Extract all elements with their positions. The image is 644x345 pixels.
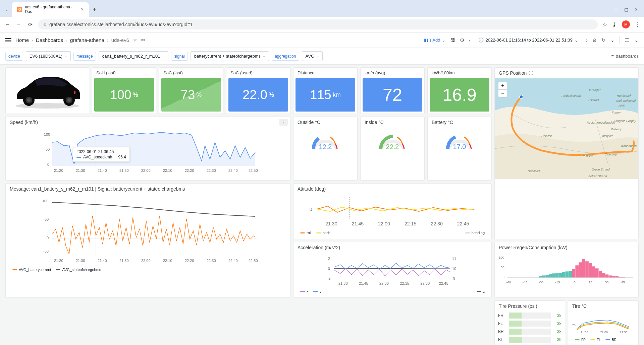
- svg-rect-112: [615, 276, 619, 278]
- gauge-icon: 22.2: [376, 129, 409, 152]
- chevron-down-icon: ⌄: [442, 38, 445, 43]
- svg-text:21:50: 21:50: [119, 168, 129, 172]
- svg-rect-111: [612, 276, 615, 278]
- svg-text:Sjælland: Sjælland: [528, 169, 540, 173]
- svg-text:50: 50: [501, 265, 504, 269]
- variable-row: device EV6 (18D508A1)⌄ message can1_batt…: [0, 48, 644, 65]
- chevron-down-icon[interactable]: ⌄: [634, 37, 639, 43]
- message-signal-chart: 100 50 0 -50 21:2021:3021:40 21:5022:002…: [9, 196, 287, 266]
- browser-menu-icon[interactable]: ⋮: [635, 21, 640, 28]
- svg-rect-90: [542, 275, 545, 277]
- url-bar[interactable]: ⎋ grafana.csselectronics.stellarhosted.c…: [38, 19, 598, 29]
- dashboards-link[interactable]: ≡ dashboards: [611, 54, 639, 59]
- svg-text:0: 0: [47, 236, 49, 240]
- tire-temp-chart: 20 21:3022:0022:30: [572, 313, 635, 336]
- tire-temp-panel: Tire °C 20 21:3022:0022:30 FR FL BR BL: [568, 300, 639, 345]
- svg-text:22:30: 22:30: [420, 281, 430, 285]
- back-button[interactable]: ←: [4, 21, 11, 27]
- zoom-out-icon[interactable]: ⊖: [592, 37, 597, 43]
- profile-avatar[interactable]: M: [622, 20, 630, 28]
- hamburger-icon[interactable]: [5, 38, 11, 42]
- tab-title: uds-ev6 - grafana-athena - Das: [25, 5, 78, 14]
- power-panel: Power Regen/Consumption (kW) 100 50 0 -6…: [494, 242, 639, 298]
- reload-button[interactable]: ⟳: [27, 21, 34, 28]
- breadcrumb-home[interactable]: Home: [15, 37, 29, 43]
- chevron-down-icon[interactable]: ⌄: [610, 37, 615, 43]
- time-picker[interactable]: 🕘 2022-06-01 21:16:14 to 2022-06-01 22:5…: [475, 36, 582, 44]
- svg-text:Hillerød: Hillerød: [588, 98, 599, 102]
- var-device-select[interactable]: EV6 (18D508A1)⌄: [26, 51, 71, 61]
- add-button[interactable]: ▮▮▯ Add ⌄: [424, 38, 445, 43]
- svg-text:22:30: 22:30: [207, 259, 216, 263]
- var-aggregation-label: aggregation: [272, 52, 299, 61]
- tire-pressure-row: FR38: [495, 312, 565, 320]
- site-info-icon[interactable]: ⎋: [44, 22, 46, 27]
- info-icon[interactable]: i: [529, 71, 533, 75]
- svg-rect-93: [552, 273, 555, 277]
- star-icon[interactable]: ☆: [602, 21, 607, 28]
- svg-text:22:50: 22:50: [249, 259, 258, 263]
- svg-text:11: 11: [452, 257, 456, 261]
- time-range-text: 2022-06-01 21:16:14 to 2022-06-01 22:51:…: [486, 38, 573, 43]
- map-zoom-in[interactable]: +: [498, 82, 507, 90]
- star-dashboard-icon[interactable]: ☆: [133, 38, 137, 43]
- download-icon[interactable]: ⭳: [612, 21, 617, 27]
- map-zoom-out[interactable]: −: [498, 90, 507, 97]
- maximize-icon[interactable]: ▢: [624, 7, 628, 12]
- forward-button[interactable]: →: [15, 21, 22, 27]
- svg-point-6: [67, 98, 71, 102]
- speed-panel[interactable]: Speed (km/h) ⋮ 100 50 0 21:2021:3021:40 …: [5, 117, 290, 181]
- svg-text:-2: -2: [327, 276, 331, 280]
- minimize-icon[interactable]: —: [614, 7, 618, 12]
- acceleration-chart: 2 0 -2 11 10 9 21:3021:4522:00 22:1522:3…: [297, 254, 488, 288]
- breadcrumb-dashboards[interactable]: Dashboards: [36, 37, 63, 43]
- svg-text:21:45: 21:45: [359, 281, 368, 285]
- var-signal-select[interactable]: batterycurrent + stateofchargebms⌄: [191, 51, 269, 61]
- chevron-down-icon: ⌄: [64, 54, 67, 58]
- gauge-icon: 12.2: [309, 129, 342, 152]
- var-message-select[interactable]: can1_battery_s_m62_r_m101⌄: [99, 51, 169, 61]
- svg-rect-98: [569, 271, 572, 277]
- time-prev-icon[interactable]: ‹: [469, 37, 471, 43]
- refresh-icon[interactable]: ↻: [601, 37, 606, 43]
- save-icon[interactable]: 🖫: [450, 37, 455, 43]
- svg-text:Taastrup: Taastrup: [605, 153, 617, 156]
- svg-text:Holbæk: Holbæk: [541, 134, 552, 138]
- svg-text:0: 0: [310, 207, 312, 212]
- svg-rect-99: [572, 269, 576, 277]
- svg-text:Solrød Strand: Solrød Strand: [588, 175, 607, 178]
- chevron-down-icon: ⌄: [316, 54, 319, 58]
- tab-dropdown-icon[interactable]: ⌄: [3, 7, 10, 12]
- stat-kwh: kWh/100km 16.9: [427, 67, 492, 114]
- new-tab-button[interactable]: +: [90, 5, 99, 14]
- tire-pressure-panel: Tire Pressure (psi) FR38FL38BR38BL39: [494, 300, 565, 345]
- svg-text:50: 50: [45, 217, 49, 221]
- close-window-icon[interactable]: ✕: [634, 7, 638, 12]
- svg-rect-107: [599, 271, 602, 277]
- time-next-icon[interactable]: ›: [586, 37, 588, 43]
- svg-text:Humlebæk: Humlebæk: [617, 94, 632, 97]
- outside-temp-panel: Outside °C 12.2: [293, 117, 358, 181]
- separator: [620, 36, 620, 44]
- breadcrumb-folder[interactable]: grafana-athena: [70, 37, 104, 43]
- svg-text:21:50: 21:50: [119, 259, 129, 263]
- svg-text:Ballerup: Ballerup: [611, 128, 622, 131]
- svg-text:Nivå: Nivå: [619, 104, 625, 108]
- map-body[interactable]: + − Sjælland Region Hovedstaden He: [495, 78, 638, 179]
- svg-text:Kongens Lyngby: Kongens Lyngby: [613, 119, 636, 123]
- stat-soc: SoC (last) 73%: [159, 67, 223, 114]
- panel-menu-icon[interactable]: ⋮: [279, 119, 288, 126]
- car-image-panel: [5, 67, 89, 114]
- monitor-icon[interactable]: 🖵: [625, 37, 630, 43]
- svg-rect-106: [595, 268, 599, 277]
- gear-icon[interactable]: ⚙: [460, 37, 464, 43]
- share-icon[interactable]: ⚯: [141, 38, 145, 43]
- svg-text:Greve Strand: Greve Strand: [592, 168, 610, 171]
- browser-tab[interactable]: G uds-ev6 - grafana-athena - Das ×: [12, 2, 89, 17]
- map-svg: Sjælland Region Hovedstaden Helsingør Fr…: [495, 78, 638, 179]
- close-tab-icon[interactable]: ×: [81, 7, 84, 12]
- message-signal-panel: Message: can1_battery_s_m62_r_m101 | Sig…: [5, 183, 290, 298]
- var-aggregation-select[interactable]: AVG⌄: [302, 51, 323, 61]
- svg-text:21:30: 21:30: [338, 281, 348, 285]
- chevron-down-icon: ⌄: [575, 38, 578, 43]
